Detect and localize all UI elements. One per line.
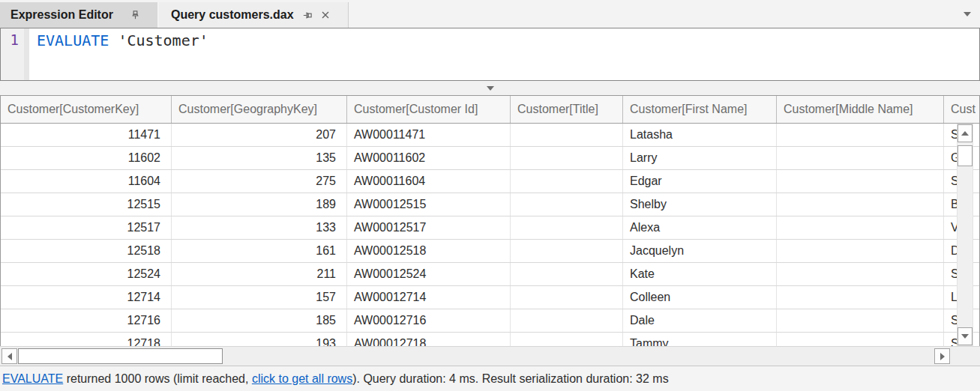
tab-label: Expression Editor — [10, 8, 113, 22]
triangle-left-icon — [7, 353, 12, 360]
table-cell: AW00012718 — [347, 333, 511, 346]
table-cell: 12716 — [1, 309, 172, 332]
table-cell: 275 — [172, 170, 347, 193]
table-row[interactable]: 12518161AW00012518JacquelynD — [1, 240, 979, 263]
table-cell: Latasha — [623, 124, 777, 146]
table-cell: Larry — [623, 147, 777, 169]
table-cell — [511, 333, 623, 346]
table-cell — [511, 193, 623, 216]
table-cell: AW00012714 — [347, 286, 511, 309]
code-space — [109, 31, 118, 49]
column-header[interactable]: Customer[Customer Id] — [347, 96, 511, 123]
triangle-right-icon — [940, 353, 945, 360]
column-header[interactable]: Customer[CustomerKey] — [1, 96, 172, 123]
status-bar: EVALUATE returned 1000 rows (limit reach… — [0, 366, 980, 391]
table-cell: Tammy — [623, 333, 777, 346]
table-cell: 12718 — [1, 333, 172, 346]
editor-results-splitter[interactable] — [0, 81, 980, 95]
table-cell: 211 — [172, 263, 347, 285]
table-cell — [511, 170, 623, 193]
dax-keyword: EVALUATE — [37, 31, 109, 49]
dax-table-reference: 'Customer' — [118, 31, 208, 49]
status-link[interactable]: click to get all rows — [252, 372, 352, 385]
column-header[interactable]: Customer[First Name] — [623, 96, 777, 123]
table-cell: 157 — [172, 286, 347, 309]
table-cell: Jacquelyn — [623, 240, 777, 262]
column-header[interactable]: Customer[Title] — [511, 96, 623, 123]
results-grid: Customer[CustomerKey]Customer[GeographyK… — [0, 95, 980, 346]
chevron-down-icon[interactable] — [964, 12, 971, 16]
table-cell: 133 — [172, 216, 347, 239]
table-row[interactable]: 12718193AW00012718TammyS — [1, 333, 979, 346]
horizontal-scrollbar[interactable] — [0, 346, 980, 366]
table-row[interactable]: 12714157AW00012714ColleenL — [1, 286, 979, 309]
table-cell — [777, 286, 944, 309]
table-cell: AW00011602 — [347, 147, 511, 169]
column-header[interactable]: Customer[Middle Name] — [777, 96, 944, 123]
table-cell: AW00011604 — [347, 170, 511, 193]
table-cell: Colleen — [623, 286, 777, 309]
table-cell: Shelby — [623, 193, 777, 216]
horizontal-scrollbar-thumb[interactable] — [18, 348, 223, 364]
table-cell — [511, 147, 623, 169]
table-cell: 12518 — [1, 240, 172, 262]
tab-expression-editor[interactable]: Expression Editor — [0, 2, 157, 28]
status-text: EVALUATE returned 1000 rows (limit reach… — [2, 372, 669, 386]
scroll-down-button[interactable] — [958, 327, 973, 345]
pin-icon[interactable] — [301, 10, 313, 21]
scroll-left-button[interactable] — [1, 348, 17, 364]
table-cell — [511, 309, 623, 332]
column-header[interactable]: Customer[GeographyKey] — [172, 96, 347, 123]
table-cell: AW00012517 — [347, 216, 511, 239]
table-cell: AW00012518 — [347, 240, 511, 262]
scroll-right-button[interactable] — [934, 348, 950, 364]
tab-query-customers-dax[interactable]: Query customers.dax — [159, 2, 349, 28]
table-cell: 12515 — [1, 193, 172, 216]
table-row[interactable]: 11471207AW00011471LatashaS — [1, 124, 979, 147]
line-number-gutter: 1 — [1, 28, 29, 80]
table-cell: AW00012524 — [347, 263, 511, 285]
table-cell — [777, 309, 944, 332]
table-cell — [511, 124, 623, 146]
vertical-scrollbar[interactable] — [957, 124, 973, 346]
table-cell: 12524 — [1, 263, 172, 285]
table-cell — [777, 240, 944, 262]
chevron-down-icon — [487, 86, 494, 91]
pin-icon[interactable] — [130, 10, 141, 21]
table-cell: 161 — [172, 240, 347, 262]
table-row[interactable]: 12517133AW00012517AlexaV — [1, 216, 979, 240]
table-cell — [511, 216, 623, 239]
table-row[interactable]: 12524211AW00012524KateS — [1, 263, 979, 286]
table-cell: 135 — [172, 147, 347, 169]
tab-bar: Expression Editor Query customers.dax — [0, 0, 980, 28]
vertical-scrollbar-thumb[interactable] — [958, 145, 973, 166]
table-cell — [511, 286, 623, 309]
scroll-up-button[interactable] — [958, 124, 973, 142]
table-cell: 207 — [172, 124, 347, 146]
table-cell: Dale — [623, 309, 777, 332]
table-cell: AW00012515 — [347, 193, 511, 216]
table-cell — [777, 263, 944, 285]
table-cell: 11602 — [1, 147, 172, 169]
close-icon[interactable] — [320, 10, 331, 20]
table-cell: Kate — [623, 263, 777, 285]
table-row[interactable]: 12515189AW00012515ShelbyB — [1, 193, 979, 216]
code-line[interactable]: EVALUATE 'Customer' — [37, 31, 208, 49]
table-cell: 189 — [172, 193, 347, 216]
table-cell: Alexa — [623, 216, 777, 239]
table-row[interactable]: 11602135AW00011602LarryG — [1, 147, 979, 170]
table-cell: 193 — [172, 333, 347, 346]
column-header[interactable]: Cust — [944, 96, 980, 123]
table-cell — [777, 333, 944, 346]
table-cell: 12714 — [1, 286, 172, 309]
expression-editor[interactable]: 1 EVALUATE 'Customer' — [0, 28, 980, 81]
table-row[interactable]: 12716185AW00012716DaleS — [1, 309, 979, 333]
table-cell: 11604 — [1, 170, 172, 193]
status-link[interactable]: EVALUATE — [2, 372, 63, 385]
table-row[interactable]: 11604275AW00011604EdgarS — [1, 170, 979, 193]
table-cell: 185 — [172, 309, 347, 332]
triangle-up-icon — [961, 131, 969, 136]
dax-query-window: Expression Editor Query customers.dax — [0, 0, 980, 391]
table-cell — [777, 170, 944, 193]
line-number: 1 — [1, 28, 19, 48]
